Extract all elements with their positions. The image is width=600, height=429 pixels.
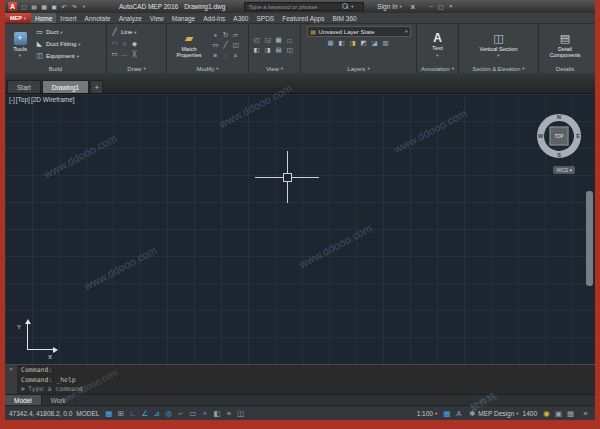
viewport-view-control[interactable]: [Top] — [16, 96, 30, 103]
tab-work[interactable]: Work — [42, 395, 76, 405]
redo-icon[interactable]: ↷ — [70, 3, 78, 10]
autoscale-icon[interactable]: A — [453, 407, 464, 419]
stretch-icon[interactable]: ◫ — [231, 41, 240, 50]
named-views-icon[interactable]: ◧ — [252, 46, 261, 55]
layer-off-icon[interactable]: ◧ — [337, 38, 346, 47]
command-input-placeholder[interactable]: Type a command — [28, 385, 83, 393]
save-icon[interactable]: ▦ — [40, 3, 48, 10]
navigation-bar[interactable] — [586, 191, 593, 286]
array-icon[interactable]: ◌ — [221, 51, 230, 60]
layer-match-icon[interactable]: ▥ — [381, 38, 390, 47]
plot-icon[interactable]: ▣ — [50, 3, 58, 10]
tab-manage[interactable]: Manage — [168, 13, 200, 23]
mirror-icon[interactable]: ╱ — [221, 41, 230, 50]
detail-components-button[interactable]: ▤ Detail Components — [542, 26, 588, 64]
viewcube-south[interactable]: S — [557, 152, 561, 158]
line-button[interactable]: ╱ Line ▾ — [110, 26, 163, 38]
qat-dropdown-icon[interactable]: ▾ — [80, 4, 88, 9]
panel-draw-label[interactable]: Draw ▾ — [107, 64, 166, 73]
hatch-icon[interactable]: ╳ — [130, 49, 139, 58]
model-space-button[interactable]: MODEL — [76, 410, 99, 417]
workspace-switcher[interactable]: ✱ MEP Design ▾ — [468, 407, 518, 419]
panel-view-label[interactable]: View ▾ — [249, 64, 300, 73]
open-icon[interactable]: ▤ — [30, 3, 38, 10]
erase-icon[interactable]: × — [231, 51, 240, 60]
panel-details-label[interactable]: Details — [539, 64, 591, 73]
close-button[interactable]: × — [446, 3, 456, 10]
polygon-icon[interactable]: ◆ — [130, 39, 139, 48]
tab-view[interactable]: View — [146, 13, 168, 23]
show-motion-icon[interactable]: ◫ — [285, 46, 294, 55]
copy-icon[interactable]: ▭ — [211, 41, 220, 50]
equipment-button[interactable]: ◫ Equipment ▾ — [35, 50, 81, 62]
duct-button[interactable]: ▭ Duct ▾ — [35, 26, 81, 38]
drawing-viewport[interactable]: [-] [Top] [2D Wireframe] N S W E TOP WCS… — [5, 93, 595, 364]
more-draw-icon[interactable]: … — [120, 49, 129, 58]
exchange-apps-icon[interactable]: X — [411, 4, 415, 10]
tab-analyze[interactable]: Analyze — [115, 13, 146, 23]
viewcube-west[interactable]: W — [538, 133, 543, 139]
panel-section-label[interactable]: Section & Elevation ▾ — [459, 64, 538, 73]
panel-layers-label[interactable]: Layers ▾ — [301, 64, 416, 73]
match-properties-button[interactable]: ▰ Match Properties — [170, 26, 208, 64]
dynamic-ucs-icon[interactable]: ◧ — [211, 407, 222, 419]
new-icon[interactable]: ▢ — [20, 3, 28, 10]
steering-icon[interactable]: ▤ — [274, 46, 283, 55]
ortho-toggle-icon[interactable]: ∟ — [127, 407, 138, 419]
panel-annotation-label[interactable]: Annotation ▾ — [417, 64, 458, 73]
file-tab-drawing1[interactable]: Drawing1 — [42, 80, 89, 93]
annotation-monitor-icon[interactable]: ◫ — [235, 407, 246, 419]
move-icon[interactable]: + — [211, 31, 220, 40]
selection-cycling-icon[interactable]: + — [199, 407, 210, 419]
pan-icon[interactable]: ◰ — [252, 36, 261, 45]
tab-insert[interactable]: Insert — [56, 13, 80, 23]
lineweight-toggle-icon[interactable]: ▭ — [187, 407, 198, 419]
dynamic-input-icon[interactable]: ⌐ — [175, 407, 186, 419]
viewcube-east[interactable]: E — [576, 133, 580, 139]
orbit-icon[interactable]: ◨ — [263, 46, 272, 55]
isolate-objects-icon[interactable]: ◉ — [541, 407, 552, 419]
annotation-scale-button[interactable]: 1:100 ▾ — [417, 410, 438, 417]
tab-addins[interactable]: Add-ins — [199, 13, 229, 23]
rotate-icon[interactable]: ↻ — [221, 31, 230, 40]
duct-fitting-button[interactable]: ◣ Duct Fitting ▾ — [35, 38, 81, 50]
tab-bim360[interactable]: BIM 360 — [328, 13, 360, 23]
annotation-visibility-icon[interactable]: ▦ — [441, 407, 452, 419]
polar-tracking-icon[interactable]: ∠ — [139, 407, 150, 419]
layer-properties-icon[interactable]: ▦ — [326, 38, 335, 47]
otrack-toggle-icon[interactable]: ◎ — [163, 407, 174, 419]
layer-state-dropdown[interactable]: ▤ Unsaved Layer State ▾ — [307, 26, 411, 37]
tools-button[interactable]: + Tools ▾ — [8, 26, 32, 64]
clean-screen-icon[interactable]: ▦ — [565, 407, 576, 419]
search-dropdown-icon[interactable]: ▾ — [351, 4, 353, 9]
trim-icon[interactable]: ▱ — [231, 31, 240, 40]
tab-home[interactable]: Home — [31, 13, 56, 23]
viewport-menu-control[interactable]: [-] — [9, 96, 15, 103]
viewport-config-icon[interactable]: □ — [285, 36, 294, 45]
minimize-button[interactable]: – — [426, 3, 436, 10]
tab-annotate[interactable]: Annotate — [81, 13, 115, 23]
elevation-value[interactable]: 1400 — [523, 410, 537, 417]
layer-freeze-icon[interactable]: ◨ — [348, 38, 357, 47]
snap-toggle-icon[interactable]: ⊞ — [115, 407, 126, 419]
viewcube-top-face[interactable]: TOP — [550, 127, 569, 146]
graphics-performance-icon[interactable]: ▣ — [553, 407, 564, 419]
circle-icon[interactable]: ○ — [120, 39, 129, 48]
tab-model[interactable]: Model — [5, 395, 42, 405]
new-drawing-tab-button[interactable]: + — [90, 80, 103, 93]
application-menu-button[interactable]: MEP ▾ — [5, 13, 31, 23]
panel-modify-label[interactable]: Modify ▾ — [167, 64, 248, 73]
search-input[interactable] — [248, 4, 340, 10]
tab-featured-apps[interactable]: Featured Apps — [278, 13, 328, 23]
undo-icon[interactable]: ↶ — [60, 3, 68, 10]
grid-toggle-icon[interactable]: ▦ — [103, 407, 114, 419]
viewcube-north[interactable]: N — [557, 114, 561, 120]
search-icon[interactable] — [342, 3, 349, 10]
customization-menu-icon[interactable]: ≡ — [580, 407, 591, 419]
viewport-visual-style-control[interactable]: [2D Wireframe] — [31, 96, 75, 103]
layer-isolate-icon[interactable]: ◪ — [370, 38, 379, 47]
vertical-section-button[interactable]: ◫ Vertical Section ▾ — [473, 26, 525, 64]
infocenter-search[interactable]: ▾ — [244, 2, 364, 11]
tab-spds[interactable]: SPDS — [252, 13, 278, 23]
regen-icon[interactable]: ▦ — [274, 36, 283, 45]
